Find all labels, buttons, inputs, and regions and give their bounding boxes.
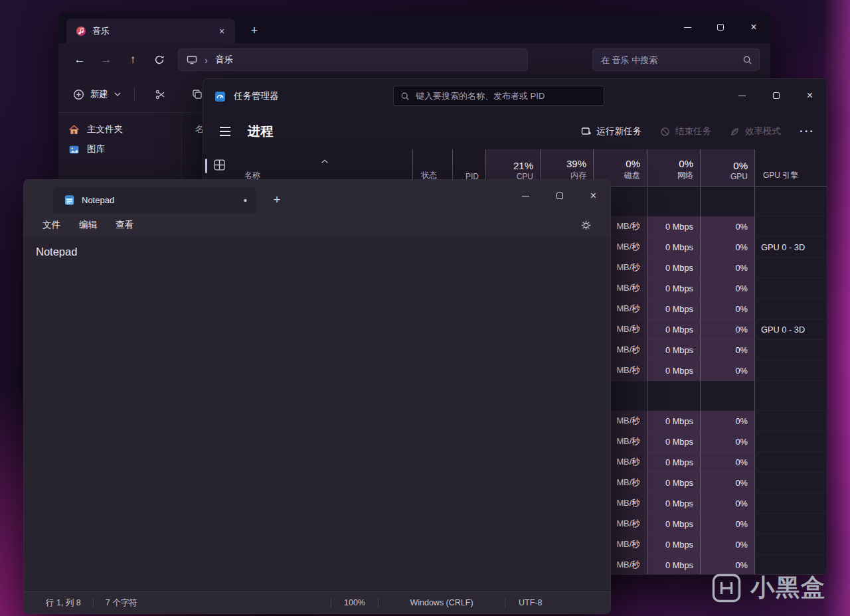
back-button[interactable]: ← [66, 48, 93, 72]
sort-ascending-icon [321, 154, 328, 166]
explorer-close-button[interactable]: × [737, 12, 770, 42]
explorer-tab-music[interactable]: 音乐 × [66, 19, 235, 43]
maximize-icon [556, 193, 563, 199]
end-task-button[interactable]: 结束任务 [660, 125, 711, 137]
run-new-task-button[interactable]: 运行新任务 [581, 125, 642, 137]
more-options-button[interactable]: ··· [800, 125, 815, 138]
cell-gpu: 0% [700, 473, 754, 493]
toolbar-divider [134, 87, 135, 102]
notepad-minimize-button[interactable] [509, 180, 543, 212]
encoding[interactable]: UTF-8 [505, 592, 610, 613]
music-icon [76, 26, 86, 37]
cell-net [647, 381, 700, 411]
nav-selection-indicator [205, 159, 207, 173]
heybox-logo-icon [711, 573, 742, 603]
column-header-network[interactable]: 0% 网络 [647, 149, 700, 186]
up-button[interactable]: ↑ [120, 48, 146, 72]
search-icon [742, 55, 752, 65]
close-icon: × [590, 191, 596, 201]
efficiency-mode-label: 效率模式 [745, 125, 781, 137]
explorer-search-input[interactable] [601, 55, 737, 65]
taskmgr-search-box[interactable] [393, 86, 604, 106]
gpu-total-percent: 0% [733, 160, 748, 171]
cell-gpu: 0% [700, 340, 754, 360]
cell-engine [754, 216, 827, 237]
menu-icon[interactable] [214, 120, 236, 143]
sidebar-item-label: 图库 [87, 143, 105, 155]
close-icon: × [750, 22, 756, 33]
tab-close-icon[interactable]: × [214, 23, 230, 39]
notepad-icon [64, 194, 75, 206]
cell-engine [754, 411, 827, 431]
notepad-new-tab-button[interactable]: + [266, 189, 288, 211]
this-pc-icon [187, 54, 197, 65]
cell-gpu [700, 381, 754, 411]
end-task-label: 结束任务 [675, 125, 711, 137]
cell-net: 0 Mbps [647, 493, 700, 514]
menu-file[interactable]: 文件 [35, 216, 68, 234]
run-new-task-label: 运行新任务 [597, 125, 642, 137]
column-header-gpu-engine[interactable]: GPU 引擎 [754, 149, 827, 186]
cell-net [647, 187, 700, 216]
efficiency-mode-button[interactable]: 效率模式 [730, 125, 781, 137]
address-bar[interactable]: › 音乐 [178, 48, 528, 71]
minimize-icon [522, 196, 529, 196]
taskmgr-maximize-button[interactable] [759, 79, 793, 112]
maximize-icon [773, 92, 780, 99]
cell-engine [754, 473, 827, 493]
notepad-editor[interactable]: Notepad [24, 237, 610, 591]
forward-button[interactable]: → [93, 48, 120, 72]
editor-text: Notepad [36, 246, 610, 258]
character-count: 7 个字符 [106, 597, 137, 609]
cell-gpu: 0% [700, 514, 754, 534]
sidebar-item-gallery[interactable]: 图库 [62, 139, 178, 159]
notepad-status-bar: 行 1, 列 8 7 个字符 100% Windows (CRLF) UTF-8 [24, 591, 610, 613]
taskmgr-search-input[interactable] [416, 91, 597, 101]
settings-gear-icon[interactable] [576, 216, 596, 234]
notepad-tab-title: Notepad [82, 195, 114, 205]
explorer-new-tab-button[interactable]: + [243, 19, 266, 42]
breadcrumb-chevron-icon: › [205, 54, 208, 66]
line-ending[interactable]: Windows (CRLF) [379, 592, 505, 613]
notepad-title-bar: Notepad • + × [24, 180, 610, 213]
cell-net: 0 Mbps [647, 340, 700, 360]
cell-engine [754, 514, 827, 534]
explorer-navigation-bar: ← → ↑ › 音乐 [58, 43, 770, 76]
sidebar-item-home[interactable]: 主文件夹 [62, 119, 178, 139]
breadcrumb-item-music[interactable]: 音乐 [215, 54, 233, 66]
explorer-maximize-button[interactable] [704, 12, 737, 42]
cell-net: 0 Mbps [647, 278, 700, 299]
notepad-tab[interactable]: Notepad • [53, 187, 256, 213]
cell-gpu: 0% [700, 319, 754, 340]
explorer-search-box[interactable] [592, 48, 760, 71]
notepad-close-button[interactable]: × [576, 180, 610, 212]
explorer-tab-bar: 音乐 × + × [58, 12, 770, 43]
menu-edit[interactable]: 编辑 [71, 216, 105, 234]
cell-gpu: 0% [700, 258, 754, 278]
cursor-position: 行 1, 列 8 [46, 597, 81, 609]
notepad-window: Notepad • + × 文件 编辑 查看 Notepad 行 1, 列 8 … [23, 179, 611, 614]
explorer-minimize-button[interactable] [671, 12, 704, 42]
notepad-menu-bar: 文件 编辑 查看 [24, 213, 610, 237]
cell-gpu: 0% [700, 237, 754, 258]
cell-net: 0 Mbps [647, 258, 700, 278]
taskmgr-minimize-button[interactable] [725, 79, 759, 112]
refresh-button[interactable] [146, 48, 173, 72]
cell-gpu: 0% [700, 534, 754, 555]
column-header-gpu[interactable]: 0% GPU [700, 149, 754, 186]
taskmgr-close-button[interactable]: × [793, 79, 827, 112]
cell-engine [754, 431, 827, 452]
zoom-level[interactable]: 100% [331, 592, 378, 613]
menu-view[interactable]: 查看 [108, 216, 141, 234]
cell-gpu: 0% [700, 452, 754, 473]
plus-circle-icon [73, 89, 84, 100]
notepad-maximize-button[interactable] [543, 180, 576, 212]
memory-total-percent: 39% [566, 158, 586, 169]
cell-gpu: 0% [700, 431, 754, 452]
processes-icon[interactable] [213, 159, 226, 171]
new-button[interactable]: 新建 [73, 88, 121, 100]
cut-button[interactable] [148, 82, 172, 106]
cell-net: 0 Mbps [647, 452, 700, 473]
home-icon [68, 124, 80, 135]
cell-net: 0 Mbps [647, 216, 700, 237]
